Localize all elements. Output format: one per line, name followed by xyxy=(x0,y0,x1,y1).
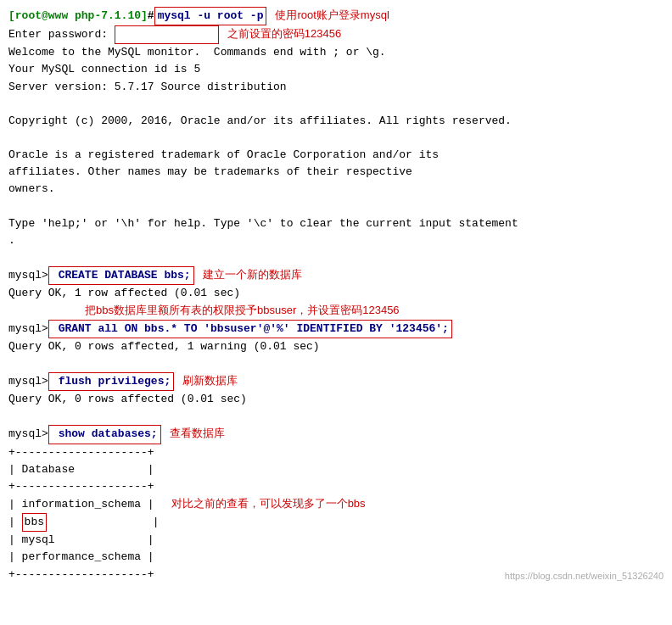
query-ok-2: Query OK, 0 rows affected, 1 warning (0.… xyxy=(8,338,320,355)
annotation-create: 建立一个新的数据库 xyxy=(203,266,302,283)
db-table-separator2: +--------------------+ xyxy=(8,478,664,495)
db-performance-schema: | performance_schema | xyxy=(8,549,664,566)
bbs-highlight-box: bbs xyxy=(22,513,47,532)
copyright-text: Copyright (c) 2000, 2016, Oracle and/or … xyxy=(8,113,512,130)
query-ok-1: Query OK, 1 row affected (0.01 sec) xyxy=(8,285,240,302)
annotation-db-compare: 对比之前的查看，可以发现多了一个bbs xyxy=(171,495,366,512)
annotation-show: 查看数据库 xyxy=(170,425,225,442)
oracle-text-2: affiliates. Other names may be trademark… xyxy=(8,164,412,181)
annotation-login: 使用root账户登录mysql xyxy=(275,7,389,24)
login-command-box: mysql -u root -p xyxy=(154,7,267,25)
line-oracle3: owners. xyxy=(8,181,664,198)
create-db-command-box: CREATE DATABASE bbs; xyxy=(48,266,194,285)
terminal-window: [root@www php-7.1.10] # mysql -u root -p… xyxy=(0,0,672,590)
prompt-root: [root@www php-7.1.10] xyxy=(8,8,148,25)
show-command-box: show databases; xyxy=(48,425,161,444)
oracle-text-1: Oracle is a registered trademark of Orac… xyxy=(8,147,439,164)
grant-command-box: GRANT all ON bbs.* TO 'bbsuser'@'%' IDEN… xyxy=(48,320,452,338)
line-oracle1: Oracle is a registered trademark of Orac… xyxy=(8,147,664,164)
line-welcome3: Server version: 5.7.17 Source distributi… xyxy=(8,79,664,96)
welcome-text-2: Your MySQL connection id is 5 xyxy=(8,61,200,78)
query-ok-3: Query OK, 0 rows affected (0.01 sec) xyxy=(8,391,247,408)
flush-command-box: flush privileges; xyxy=(48,372,174,391)
annotation-flush: 刷新数据库 xyxy=(182,372,238,389)
line-db2: | bbs | xyxy=(8,513,664,532)
mysql-prompt-1: mysql> xyxy=(8,267,48,284)
line-help1: Type 'help;' or '\h' for help. Type '\c'… xyxy=(8,215,664,232)
db-table-header: | Database | xyxy=(8,461,664,478)
line-copyright: Copyright (c) 2000, 2016, Oracle and/or … xyxy=(8,113,664,130)
db-mysql: | mysql | xyxy=(8,532,664,549)
line-show-cmd: mysql> show databases; 查看数据库 xyxy=(8,425,664,444)
oracle-text-3: owners. xyxy=(8,181,55,198)
line-password: Enter password: 之前设置的密码123456 xyxy=(8,25,664,44)
annotation-password: 之前设置的密码123456 xyxy=(227,25,341,42)
line-grant-cmd: mysql> GRANT all ON bbs.* TO 'bbsuser'@'… xyxy=(8,320,664,338)
mysql-prompt-3: mysql> xyxy=(8,373,48,390)
db-table-separator1: +--------------------+ xyxy=(8,444,664,461)
line-query-ok3: Query OK, 0 rows affected (0.01 sec) xyxy=(8,391,664,408)
hash-symbol: # xyxy=(148,8,154,25)
line-db1: | information_schema | 对比之前的查看，可以发现多了一个b… xyxy=(8,495,664,513)
help-text-1: Type 'help;' or '\h' for help. Type '\c'… xyxy=(8,215,518,232)
line-login-cmd: [root@www php-7.1.10] # mysql -u root -p… xyxy=(8,7,664,25)
db2-post: | xyxy=(47,514,160,531)
password-label: Enter password: xyxy=(8,26,115,43)
line-flush-cmd: mysql> flush privileges; 刷新数据库 xyxy=(8,372,664,391)
password-input-box[interactable] xyxy=(115,25,219,44)
line-welcome2: Your MySQL connection id is 5 xyxy=(8,61,664,78)
line-annotation-grant: 把bbs数据库里额所有表的权限授予bbsuser，并设置密码123456 xyxy=(85,302,664,319)
mysql-prompt-4: mysql> xyxy=(8,426,48,443)
annotation-grant-text: 把bbs数据库里额所有表的权限授予bbsuser，并设置密码123456 xyxy=(85,302,400,319)
line-oracle2: affiliates. Other names may be trademark… xyxy=(8,164,664,181)
db-information-schema: | information_schema | xyxy=(8,496,154,513)
line-create-db: mysql> CREATE DATABASE bbs; 建立一个新的数据库 xyxy=(8,266,664,285)
watermark-text: https://blog.csdn.net/weixin_51326240 xyxy=(505,569,664,583)
help-text-2: . xyxy=(8,232,15,249)
line-help2: . xyxy=(8,232,664,249)
mysql-prompt-2: mysql> xyxy=(8,321,48,338)
line-welcome1: Welcome to the MySQL monitor. Commands e… xyxy=(8,44,664,61)
line-query-ok1: Query OK, 1 row affected (0.01 sec) xyxy=(8,285,664,302)
line-query-ok2: Query OK, 0 rows affected, 1 warning (0.… xyxy=(8,338,664,355)
welcome-text-1: Welcome to the MySQL monitor. Commands e… xyxy=(8,44,386,61)
welcome-text-3: Server version: 5.7.17 Source distributi… xyxy=(8,79,287,96)
db2-pre: | xyxy=(8,514,22,531)
